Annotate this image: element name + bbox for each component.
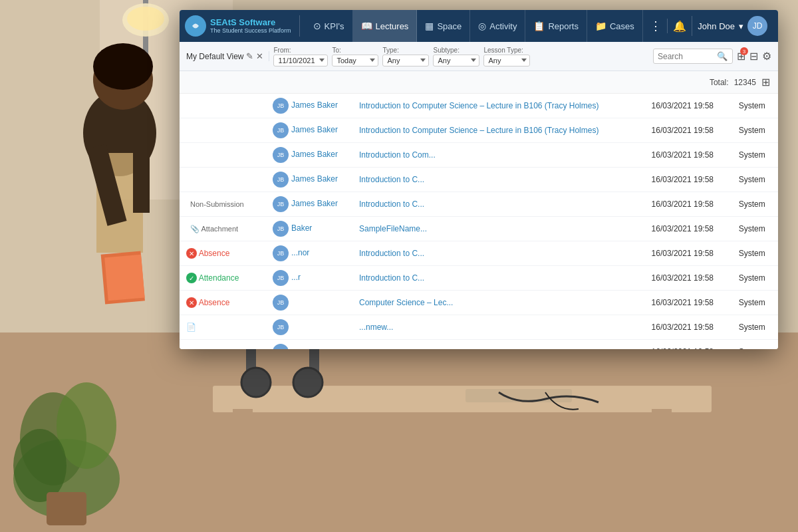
filter-type: Type: Any xyxy=(382,47,429,66)
search-input[interactable] xyxy=(658,52,714,61)
source-cell: System xyxy=(732,291,778,315)
lesson-link[interactable]: Introduction to Computer Science – Lectu… xyxy=(359,126,598,135)
close-view-icon[interactable]: ✕ xyxy=(256,51,263,61)
nav-label-space: Space xyxy=(437,21,462,31)
student-avatar: JB xyxy=(273,221,289,237)
absence-icon: ✕ xyxy=(186,248,197,259)
student-name-link[interactable]: James Baker xyxy=(291,125,338,134)
settings-icon[interactable]: ⚙ xyxy=(762,50,771,63)
subtype-select[interactable]: Any xyxy=(433,55,479,66)
student-avatar: JB xyxy=(273,295,289,311)
view-label: My Default View ✎ ✕ xyxy=(186,51,269,61)
filter-to: To: Today xyxy=(332,47,378,66)
student-cell: JBJames Baker xyxy=(266,94,352,118)
timestamp-cell: 16/03/2021 19:58 xyxy=(645,266,732,291)
source-cell: Sys... xyxy=(732,340,778,350)
svg-point-10 xyxy=(13,429,66,502)
list-view-icon[interactable]: ⊟ xyxy=(749,50,758,63)
student-name-link[interactable]: James Baker xyxy=(291,150,338,159)
content-area: JBJames Baker Introduction to Computer S… xyxy=(180,94,778,349)
table-row: JBJames Baker Introduction to Com... 16/… xyxy=(180,143,778,168)
timestamp-cell: 16/03/2021 19:58 xyxy=(645,143,732,168)
student-name-link[interactable]: James Baker xyxy=(291,199,338,208)
filter-lesson-type: Lesson Type: Any xyxy=(483,47,530,66)
nav-right: ⋮ 🔔 John Doe ▾ JD xyxy=(644,16,773,36)
svg-rect-13 xyxy=(233,409,253,529)
student-name-link[interactable]: James Baker xyxy=(291,100,338,110)
attendance-icon: ✓ xyxy=(186,273,197,283)
total-bar: Total: 12345 ⊞ xyxy=(180,71,778,94)
svg-rect-27 xyxy=(133,146,150,213)
cases-icon: 📁 xyxy=(595,21,606,31)
app-window: SEAtS Software The Student Success Platf… xyxy=(180,10,778,349)
filter-from: From: 11/10/2021 xyxy=(273,47,328,66)
lesson-link[interactable]: Computer Science – Lec... xyxy=(359,298,453,307)
nav-label-lectures: Lectures xyxy=(376,21,409,31)
total-label: Total: xyxy=(710,78,729,87)
timestamp-cell: 16/03/2021 19:58 xyxy=(645,241,732,266)
user-menu[interactable]: John Doe ▾ JD xyxy=(692,16,773,36)
space-icon: ▦ xyxy=(425,21,434,31)
type-badge: 📄 xyxy=(186,323,196,332)
timestamp-cell: 16/03/2021 19:58 xyxy=(645,340,732,350)
nav-item-activity[interactable]: ◎ Activity xyxy=(470,10,525,42)
student-name-link[interactable]: James Baker xyxy=(291,174,338,184)
student-cell: JBBaker xyxy=(266,217,352,241)
to-select[interactable]: Today xyxy=(332,55,378,66)
type-cell xyxy=(180,143,266,168)
student-name-link[interactable]: ...nor xyxy=(291,248,309,257)
lesson-link[interactable]: Introduction to Com... xyxy=(359,150,436,160)
absence-icon: ✕ xyxy=(186,297,197,308)
lesson-cell: Introduction to C... xyxy=(352,266,645,291)
lesson-link[interactable]: Introduction to C... xyxy=(359,249,424,258)
type-cell: 📄 xyxy=(180,315,266,340)
filter-bar: My Default View ✎ ✕ From: 11/10/2021 To:… xyxy=(180,42,778,71)
lesson-link[interactable]: SampleFileName... xyxy=(359,224,427,233)
lesson-cell: Introduction to C... xyxy=(352,241,645,266)
nav-item-cases[interactable]: 📁 Cases xyxy=(587,10,643,42)
source-cell: System xyxy=(732,118,778,143)
lesson-cell: Introduction to C... xyxy=(352,192,645,217)
bell-icon[interactable]: 🔔 xyxy=(673,20,686,33)
student-name-link[interactable]: Baker xyxy=(291,223,312,233)
search-icon[interactable]: 🔍 xyxy=(717,51,728,61)
student-avatar: JB xyxy=(273,270,289,286)
edit-icon[interactable]: ✎ xyxy=(246,51,253,61)
nav-label-activity: Activity xyxy=(489,21,517,31)
student-cell: JBJames Baker xyxy=(266,168,352,192)
nav-item-reports[interactable]: 📋 Reports xyxy=(525,10,587,42)
kpis-icon: ⊙ xyxy=(313,21,321,31)
nav-item-kpis[interactable]: ⊙ KPI's xyxy=(305,10,353,42)
lesson-link[interactable]: Introduction to C... xyxy=(359,175,424,184)
lectures-icon: 📖 xyxy=(361,21,372,31)
student-avatar: JB xyxy=(273,245,289,261)
column-layout-icon[interactable]: ⊞ xyxy=(761,76,770,88)
lesson-link[interactable]: Introduction to Computer Science – Lectu… xyxy=(359,101,598,110)
lesson-link[interactable]: Introduction to C... xyxy=(359,273,424,283)
student-avatar: JB xyxy=(273,344,289,349)
student-name-link[interactable]: ...r xyxy=(291,273,301,282)
timestamp-cell: 16/03/2021 19:58 xyxy=(645,291,732,315)
more-options-icon[interactable]: ⋮ xyxy=(644,19,668,33)
nav-item-lectures[interactable]: 📖 Lectures xyxy=(353,10,418,42)
nav-label-cases: Cases xyxy=(610,21,634,31)
type-cell: ✕ Absence xyxy=(180,291,266,315)
source-cell: System xyxy=(732,241,778,266)
from-select[interactable]: 11/10/2021 xyxy=(273,55,328,66)
table-row: 📎 Attachment JBBaker SampleFileName... 1… xyxy=(180,217,778,241)
search-box: 🔍 xyxy=(653,49,733,64)
lesson-link[interactable]: ...nmew... xyxy=(359,323,393,332)
type-badge: Absence xyxy=(199,249,230,258)
lesson-cell: Introduction to Computer Science – Lectu… xyxy=(352,118,645,143)
table-row: JBJames Baker Introduction to C... 16/03… xyxy=(180,168,778,192)
type-select[interactable]: Any xyxy=(382,55,429,66)
grid-view-icon[interactable]: ⊞ 3 xyxy=(737,50,745,63)
lesson-type-select[interactable]: Any xyxy=(483,55,530,66)
svg-rect-14 xyxy=(652,409,672,529)
logo: SEAtS Software The Student Success Platf… xyxy=(185,15,300,37)
nav-item-space[interactable]: ▦ Space xyxy=(417,10,470,42)
type-badge: Absence xyxy=(199,298,230,307)
svg-rect-11 xyxy=(47,492,86,525)
lesson-link[interactable]: Introduction to C... xyxy=(359,200,424,209)
user-chevron-icon: ▾ xyxy=(739,21,743,31)
